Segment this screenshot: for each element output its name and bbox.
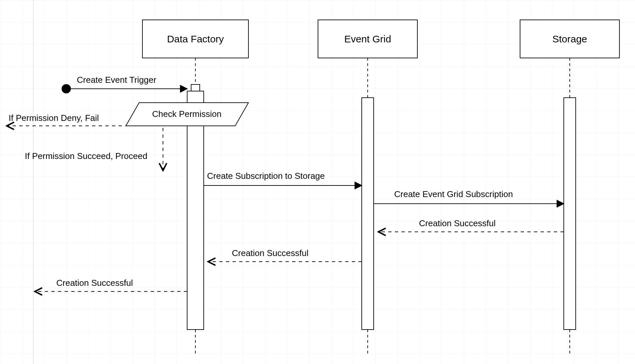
participant-event-grid: Event Grid: [318, 20, 417, 354]
note-check-permission: Check Permission: [126, 103, 248, 126]
message-create-event-trigger: Create Event Trigger: [71, 75, 187, 89]
participant-event-grid-label: Event Grid: [344, 33, 391, 44]
activation-data-factory-tip: [191, 84, 200, 91]
message-create-subscription-storage: Create Subscription to Storage: [204, 171, 362, 185]
activation-data-factory: [187, 91, 204, 330]
message-create-event-grid-subscription-label: Create Event Grid Subscription: [394, 189, 513, 199]
message-create-subscription-storage-label: Create Subscription to Storage: [207, 171, 325, 181]
participant-storage-label: Storage: [552, 33, 587, 44]
participant-storage: Storage: [520, 20, 619, 354]
message-creation-successful-df-to-actor: Creation Successful: [35, 278, 187, 291]
start-icon: [62, 84, 71, 93]
message-creation-successful-storage-to-eventgrid: Creation Successful: [378, 218, 564, 232]
message-creation-successful-3-label: Creation Successful: [56, 278, 133, 288]
message-create-event-grid-subscription: Create Event Grid Subscription: [374, 189, 564, 204]
message-creation-successful-eventgrid-to-df: Creation Successful: [208, 248, 362, 262]
participant-data-factory-label: Data Factory: [167, 33, 224, 44]
note-check-permission-label: Check Permission: [152, 109, 222, 119]
message-creation-successful-2-label: Creation Successful: [232, 248, 308, 258]
message-permission-deny: If Permission Deny, Fail: [7, 113, 129, 126]
participant-data-factory: Data Factory: [142, 20, 248, 354]
message-permission-deny-label: If Permission Deny, Fail: [9, 113, 99, 123]
message-permission-succeed-label: If Permission Succeed, Proceed: [25, 151, 147, 161]
activation-storage: [564, 98, 576, 330]
message-create-event-trigger-label: Create Event Trigger: [77, 75, 156, 85]
sequence-diagram: Data Factory Event Grid Storage Create E…: [0, 0, 635, 364]
activation-event-grid: [362, 98, 374, 330]
message-permission-succeed: If Permission Succeed, Proceed: [25, 128, 163, 171]
message-creation-successful-1-label: Creation Successful: [419, 218, 496, 228]
